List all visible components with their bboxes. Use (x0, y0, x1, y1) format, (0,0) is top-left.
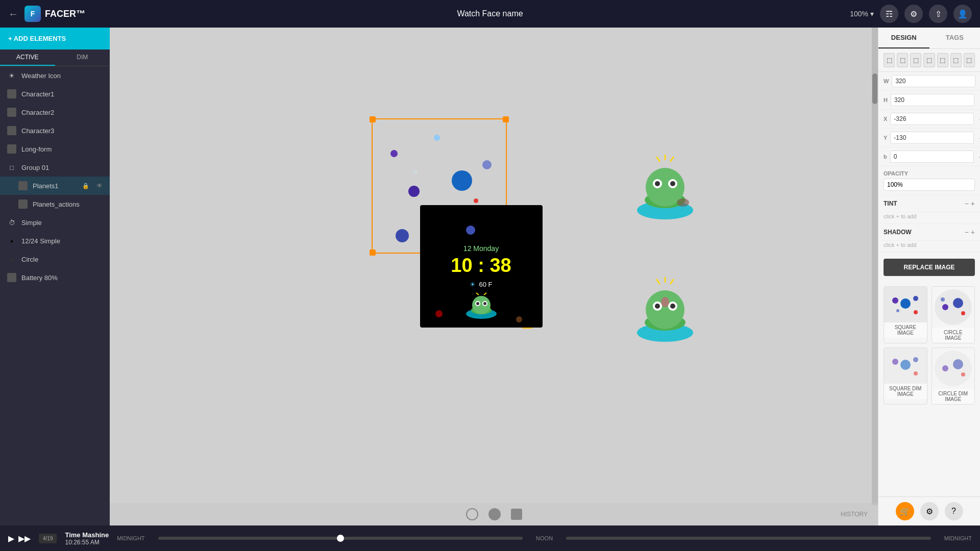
y-input[interactable] (890, 132, 974, 144)
sidebar-item-long-form[interactable]: Long-form (0, 140, 110, 158)
planet-dot-small-purple (390, 150, 398, 157)
add-elements-button[interactable]: + ADD ELEMENTS (0, 28, 110, 49)
svg-point-38 (961, 311, 965, 315)
handle-top-left[interactable] (370, 116, 376, 122)
group-icon: □ (7, 163, 16, 172)
tab-design[interactable]: DESIGN (878, 28, 929, 48)
height-label: H (884, 97, 888, 103)
svg-point-42 (913, 357, 918, 362)
sidebar-item-label: 12/24 Simple (21, 237, 60, 245)
x-input[interactable] (890, 113, 974, 125)
sidebar-item-group01[interactable]: □ Group 01 (0, 158, 110, 177)
svg-point-46 (961, 372, 965, 377)
tint-plus-btn[interactable]: + (971, 199, 975, 208)
date-label: 4/19 (43, 536, 53, 541)
timeline-track[interactable] (158, 537, 523, 540)
shadow-minus-btn[interactable]: − (965, 228, 969, 236)
sidebar-item-label: Simple (21, 219, 42, 227)
align-top-btn[interactable]: ⬚ (923, 53, 935, 67)
planet-dot-red (474, 198, 478, 203)
timeline-thumb[interactable] (337, 535, 344, 542)
square-image-option[interactable]: SQUARE IMAGE (884, 286, 927, 343)
nav-dot-1[interactable] (466, 508, 478, 520)
battery80-thumb (7, 273, 16, 282)
canvas-scrollbar-thumb[interactable] (872, 73, 877, 104)
sidebar-item-character2[interactable]: Character2 (0, 103, 110, 121)
upload-button[interactable]: ⇧ (929, 5, 947, 23)
fast-forward-button[interactable]: ▶▶ (18, 534, 31, 543)
b-more[interactable]: ··· (977, 153, 980, 161)
help-icon-btn[interactable]: ? (945, 502, 963, 520)
settings-icon-btn[interactable]: ⚙ (920, 502, 939, 520)
back-button[interactable]: ← (8, 8, 18, 20)
watch-weather: ☀ 60 F (470, 281, 492, 288)
svg-point-26 (670, 304, 675, 309)
svg-point-33 (913, 296, 918, 301)
y-more[interactable]: ··· (977, 134, 980, 142)
active-dim-tabs: ACTIVE DIM (0, 49, 110, 66)
sidebar-item-battery80[interactable]: Battery 80% (0, 268, 110, 287)
top-bar-right: 100% ▾ ☶ ⚙ ⇧ 👤 (850, 5, 972, 23)
tab-dim[interactable]: DIM (55, 49, 110, 66)
avatar[interactable]: 👤 (953, 5, 972, 23)
svg-point-43 (914, 371, 918, 375)
tab-active[interactable]: ACTIVE (0, 49, 55, 66)
nav-dot-2[interactable] (488, 508, 501, 520)
tint-minus-btn[interactable]: − (965, 199, 969, 208)
align-bottom-btn[interactable]: ⬚ (950, 53, 962, 67)
sidebar-item-circle[interactable]: ● Circle (0, 250, 110, 268)
svg-point-25 (655, 304, 660, 309)
height-input[interactable] (891, 94, 974, 106)
watch-date: 12 Monday (463, 244, 499, 253)
handle-bottom-left[interactable] (370, 249, 376, 256)
sidebar-item-planets1[interactable]: Planets1 🔒 👁 (0, 177, 110, 195)
planet-dot-lavender (482, 160, 492, 169)
settings-button[interactable]: ⚙ (904, 5, 923, 23)
sidebar-item-character3[interactable]: Character3 (0, 121, 110, 140)
align-left-btn[interactable]: ⬚ (884, 53, 895, 67)
x-more[interactable]: ··· (977, 115, 980, 123)
svg-point-32 (892, 297, 898, 304)
shadow-plus-btn[interactable]: + (971, 228, 975, 236)
svg-point-36 (953, 298, 963, 308)
tint-sub: click + to add (878, 212, 980, 224)
square-image-thumb (884, 287, 927, 322)
cart-icon-btn[interactable]: 🛒 (896, 502, 914, 520)
height-more[interactable]: ··· (977, 96, 980, 104)
sidebar-item-12-24-simple[interactable]: ● 12/24 Simple (0, 232, 110, 250)
nav-dot-3[interactable] (511, 509, 522, 520)
svg-point-34 (914, 310, 918, 314)
play-button[interactable]: ▶ (8, 534, 14, 543)
logo-text: FACER™ (45, 9, 85, 19)
circle-dim-image-option[interactable]: CIRCLE DIM IMAGE (932, 347, 975, 405)
square-dim-image-option[interactable]: SQUARE DIM IMAGE (884, 347, 927, 405)
sidebar-item-character1[interactable]: Character1 (0, 85, 110, 103)
b-input[interactable] (890, 151, 974, 163)
tab-tags[interactable]: TAGS (929, 28, 981, 48)
timeline-track-right[interactable] (566, 537, 931, 540)
character2-thumb (7, 108, 16, 117)
eye-icon: 👁 (96, 182, 103, 189)
sidebar-item-simple[interactable]: ⏱ Simple (0, 213, 110, 232)
page-title[interactable]: Watch Face name (457, 9, 523, 18)
b-label: b (884, 154, 887, 160)
sidebar-item-planets-actions[interactable]: Planets_actions (0, 195, 110, 213)
align-center-h-btn[interactable]: ⬚ (897, 53, 908, 67)
align-center-v-btn[interactable]: ⬚ (937, 53, 948, 67)
side-monster-bottom (632, 277, 698, 350)
zoom-indicator[interactable]: 100% ▾ (850, 10, 874, 18)
handle-top-right[interactable] (503, 116, 509, 122)
canvas-area[interactable]: 12 Monday 10 : 38 ☀ 60 F (110, 28, 878, 525)
width-input[interactable] (892, 75, 975, 87)
align-stretch-btn[interactable]: ⬚ (964, 53, 975, 67)
share-button[interactable]: ☶ (880, 5, 898, 23)
opacity-row: OPACITY (878, 166, 980, 195)
timeline-bar: ▶ ▶▶ 4/19 Time Mashine 10:26:55 AM MIDNI… (0, 525, 980, 551)
replace-image-button[interactable]: REPLACE IMAGE (884, 259, 975, 276)
canvas-scrollbar[interactable] (872, 28, 878, 505)
circle-image-option[interactable]: CIRCLE IMAGE (932, 286, 975, 343)
align-right-btn[interactable]: ⬚ (910, 53, 921, 67)
sidebar-item-weather-icon[interactable]: ☀ Weather Icon (0, 66, 110, 85)
circle-image-label: CIRCLE IMAGE (932, 328, 975, 343)
opacity-input[interactable] (884, 179, 975, 191)
